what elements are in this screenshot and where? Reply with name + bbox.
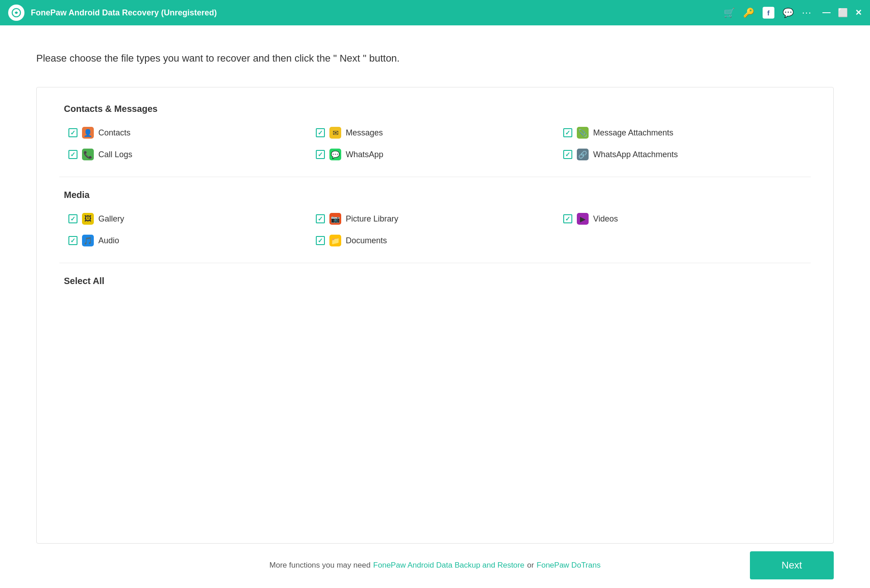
contacts-messages-grid: 👤 Contacts ✉ Messages 📎 Message Attachme… [59, 127, 811, 160]
whatsapp-checkbox[interactable] [316, 150, 325, 159]
contacts-label: Contacts [98, 128, 130, 138]
facebook-icon[interactable]: f [763, 7, 774, 19]
titlebar-icons: 🛒 🔑 f 💬 ··· [724, 7, 812, 19]
footer: More functions you may need FonePaw Andr… [36, 561, 834, 570]
audio-checkbox[interactable] [68, 236, 77, 245]
contacts-checkbox[interactable] [68, 128, 77, 137]
picture-library-icon: 📷 [329, 213, 341, 225]
message-attachments-checkbox[interactable] [563, 128, 572, 137]
titlebar: FonePaw Android Data Recovery (Unregiste… [0, 0, 870, 25]
messages-icon: ✉ [329, 127, 341, 139]
call-logs-label: Call Logs [98, 150, 132, 159]
main-content: Please choose the file types you want to… [0, 25, 870, 588]
audio-item: 🎵 Audio [68, 235, 316, 246]
cart-icon[interactable]: 🛒 [724, 7, 735, 18]
call-logs-icon: 📞 [82, 149, 94, 160]
section-media: Media [59, 190, 811, 200]
documents-label: Documents [346, 236, 387, 246]
gallery-checkbox[interactable] [68, 214, 77, 223]
select-all-label: Select All [64, 276, 104, 286]
app-logo [8, 5, 24, 21]
select-all-row: Select All [59, 276, 811, 286]
videos-item: ▶ Videos [563, 213, 811, 225]
messages-checkbox[interactable] [316, 128, 325, 137]
section-divider [59, 177, 811, 177]
call-logs-item: 📞 Call Logs [68, 149, 316, 160]
more-icon[interactable]: ··· [802, 7, 812, 19]
messages-label: Messages [346, 128, 383, 138]
gallery-label: Gallery [98, 214, 124, 224]
whatsapp-attachments-checkbox[interactable] [563, 150, 572, 159]
select-all-divider [59, 263, 811, 263]
messages-item: ✉ Messages [316, 127, 563, 139]
instruction-text: Please choose the file types you want to… [36, 53, 834, 64]
dotrans-link[interactable]: FonePaw DoTrans [536, 561, 600, 570]
documents-item: 📁 Documents [316, 235, 563, 246]
key-icon[interactable]: 🔑 [743, 7, 754, 18]
app-title: FonePaw Android Data Recovery (Unregiste… [31, 8, 724, 18]
documents-icon: 📁 [329, 235, 341, 246]
selection-panel: Contacts & Messages 👤 Contacts ✉ Message… [36, 87, 834, 544]
picture-library-label: Picture Library [346, 214, 398, 224]
whatsapp-attachments-icon: 🔗 [577, 149, 589, 160]
section-contacts-messages-title: Contacts & Messages [64, 104, 158, 114]
audio-icon: 🎵 [82, 235, 94, 246]
videos-icon: ▶ [577, 213, 589, 225]
picture-library-checkbox[interactable] [316, 214, 325, 223]
gallery-item: 🖼 Gallery [68, 213, 316, 225]
message-attachments-item: 📎 Message Attachments [563, 127, 811, 139]
contacts-icon: 👤 [82, 127, 94, 139]
next-button[interactable]: Next [750, 551, 834, 579]
section-media-title: Media [64, 190, 90, 200]
picture-library-item: 📷 Picture Library [316, 213, 563, 225]
backup-restore-link[interactable]: FonePaw Android Data Backup and Restore [373, 561, 525, 570]
documents-checkbox[interactable] [316, 236, 325, 245]
message-attachments-label: Message Attachments [593, 128, 673, 138]
videos-label: Videos [593, 214, 618, 224]
section-contacts-messages: Contacts & Messages [59, 104, 811, 114]
chat-icon[interactable]: 💬 [783, 7, 794, 18]
window-controls: — ⬜ ✕ [822, 8, 862, 18]
message-attachments-icon: 📎 [577, 127, 589, 139]
footer-separator: or [527, 561, 534, 570]
audio-label: Audio [98, 236, 119, 246]
gallery-icon: 🖼 [82, 213, 94, 225]
whatsapp-attachments-item: 🔗 WhatsApp Attachments [563, 149, 811, 160]
footer-prefix: More functions you may need [270, 561, 371, 570]
maximize-button[interactable]: ⬜ [838, 8, 848, 18]
whatsapp-item: 💬 WhatsApp [316, 149, 563, 160]
whatsapp-icon: 💬 [329, 149, 341, 160]
videos-checkbox[interactable] [563, 214, 572, 223]
whatsapp-label: WhatsApp [346, 150, 383, 159]
minimize-button[interactable]: — [822, 8, 831, 18]
contacts-item: 👤 Contacts [68, 127, 316, 139]
whatsapp-attachments-label: WhatsApp Attachments [593, 150, 678, 159]
call-logs-checkbox[interactable] [68, 150, 77, 159]
media-grid: 🖼 Gallery 📷 Picture Library ▶ Videos 🎵 A… [59, 213, 811, 246]
close-button[interactable]: ✕ [855, 8, 862, 18]
